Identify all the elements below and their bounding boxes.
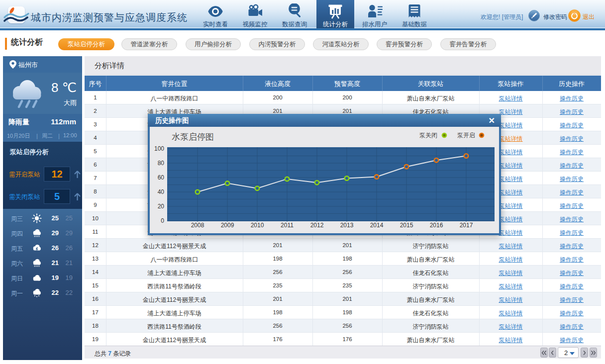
svg-text:100: 100	[154, 145, 164, 152]
svg-text:20: 20	[158, 203, 165, 210]
svg-text:2008: 2008	[191, 222, 204, 229]
svg-text:水泵启停图: 水泵启停图	[172, 132, 214, 142]
svg-text:2010: 2010	[251, 222, 264, 229]
svg-text:40: 40	[158, 188, 165, 195]
svg-text:泵开启: 泵开启	[457, 132, 475, 139]
svg-text:60: 60	[158, 174, 165, 181]
svg-text:2014: 2014	[370, 222, 384, 229]
svg-text:2011: 2011	[281, 222, 294, 229]
svg-text:2015: 2015	[400, 222, 413, 229]
svg-text:2013: 2013	[340, 222, 354, 229]
svg-text:泵关闭: 泵关闭	[419, 132, 437, 139]
svg-text:2017: 2017	[460, 222, 473, 229]
svg-text:0: 0	[161, 217, 164, 224]
svg-text:2012: 2012	[310, 222, 324, 229]
svg-text:2009: 2009	[221, 222, 234, 229]
svg-text:2016: 2016	[430, 222, 443, 229]
svg-text:80: 80	[158, 160, 165, 167]
